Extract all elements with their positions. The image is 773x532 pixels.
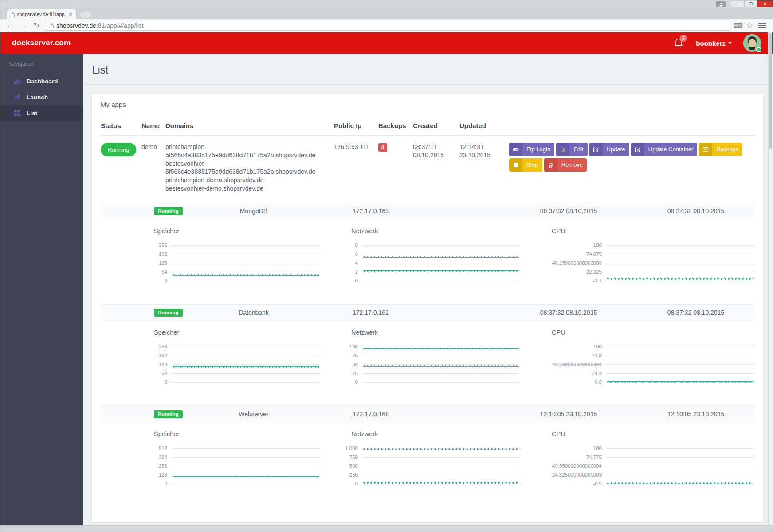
gridline [172,373,320,374]
list-icon [14,110,21,117]
bookmark-star-icon[interactable]: ☆ [746,21,753,30]
brand[interactable]: dockserver.com [12,39,71,47]
series-line-tx [363,482,519,484]
container-created: 08:37:32 08.10.2015 [500,207,637,215]
stop-square-icon [509,158,522,172]
username: boonkerz [696,39,726,47]
update-button[interactable]: Update [589,143,629,156]
stop-button[interactable]: Stop [509,158,542,172]
panel-body: Status Name Domains Public Ip Backups Cr… [92,115,763,522]
series-line-memory [173,366,319,368]
avatar[interactable] [743,34,761,52]
gridline [362,466,520,466]
series-line-memory [173,274,319,276]
axis-tick-label: 750 [349,454,358,460]
forward-icon[interactable]: → [18,22,28,30]
edit-pencil-icon [589,143,603,156]
container-sections: Running MongoDB 172.17.0.163 08:37:32 08… [101,203,754,507]
browser-profile-icon[interactable] [716,1,726,7]
edit-button[interactable]: Edit [556,143,587,156]
axis-tick-label: 75 [352,353,358,358]
keyboard-icon[interactable]: ⌨ [734,22,743,29]
update-container-label: Update Container [644,143,698,156]
sidebar-item-label: List [27,110,37,117]
y-axis: 5123842561280 [154,448,172,484]
container-charts: Speicher 256192128640 Netzwerk 86420 CPU… [101,219,754,304]
back-icon[interactable]: ← [5,22,15,30]
sidebar-section-label: Navigation [0,61,83,73]
updated-date: 23.10.2015 [459,151,509,160]
col-header-domains: Domains [165,122,334,129]
tab-close-icon[interactable]: ✕ [67,12,74,17]
menu-icon[interactable] [758,23,766,28]
sidebar-item-list[interactable]: List [0,105,83,121]
series-line-rx [363,448,519,450]
gridline [362,457,520,458]
container-section: Running MongoDB 172.17.0.163 08:37:32 08… [101,203,754,304]
new-tab-button[interactable] [80,12,91,18]
plot-area [606,347,754,383]
axis-tick-label: 0 [165,379,167,385]
domain: bestesvonhier-demo.shopsrvdev.de [165,184,334,193]
backups-label: Backups [712,143,742,156]
remove-label: Remove [557,158,587,172]
gridline [362,272,520,272]
plot-area [362,347,520,383]
gridline [606,245,754,246]
update-container-button[interactable]: Update Container [631,143,698,156]
axis-tick-label: 128 [159,362,167,367]
axis-tick-label: -3.7 [593,278,602,283]
app-updated: 12:14:31 23.10.2015 [459,143,509,160]
axis-tick-label: 256 [159,344,167,349]
network-chart: Netzwerk 1,0007505002500 [320,430,520,484]
browser-tab[interactable]: shopsrvdev.de:81/app/#/a ✕ [7,9,77,19]
axis-tick-label: 64 [161,269,167,274]
plot-area [606,448,754,484]
memory-chart: Speicher 256192128640 [154,227,320,281]
container-updated: 08:37:32 08.10.2015 [637,207,754,215]
domain: printchampion-5f566c4e3835175e9dd638d71b… [165,143,334,160]
browser-window: ─ ❐ ✕ shopsrvdev.de:81/app/#/a ✕ ← → ↻ s… [0,0,773,532]
user-menu[interactable]: boonkerz [696,39,732,47]
url-path: :81/app/#/app/list [96,22,144,29]
reload-icon[interactable]: ↻ [31,22,41,30]
maximize-button[interactable]: ❐ [744,0,757,7]
axis-tick-label: 24.325000000000003 [552,472,602,477]
remove-button[interactable]: Remove [544,158,587,172]
chart-title: Speicher [154,329,320,336]
created-date: 08.10.2015 [413,151,459,160]
chart-title: Netzwerk [351,227,520,235]
axis-tick-label: 74.075 [586,251,602,257]
notifications-button[interactable]: 5 [674,38,684,48]
gridline [606,281,754,281]
axis-tick-label: 0 [355,481,358,486]
axis-tick-label: 0 [355,278,358,283]
app-name: demo [141,143,165,151]
container-charts: Speicher 5123842561280 Netzwerk 1,000750… [101,422,754,507]
close-button[interactable]: ✕ [757,0,773,7]
container-name: MongoDB [203,207,305,215]
series-line-memory [173,476,319,477]
ftp-login-label: Ftp Login [522,143,554,156]
axis-tick-label: 500 [349,463,358,469]
gridline [172,356,320,356]
app-domains: printchampion-5f566c4e3835175e9dd638d71b… [165,143,334,193]
page-title: List [92,64,764,76]
chart-title: CPU [552,227,754,235]
col-header-updated: Updated [459,122,509,129]
page-scrollbar[interactable] [768,32,772,525]
backups-button[interactable]: Backups [699,143,742,156]
sidebar-item-launch[interactable]: Launch [0,89,83,105]
online-status-dot [756,47,761,52]
col-header-backups: Backups [378,122,413,129]
scrollbar-thumb[interactable] [769,33,772,149]
url-bar[interactable]: shopsrvdev.de:81/app/#/app/list [45,21,730,31]
memory-chart: Speicher 5123842561280 [154,430,320,484]
axis-tick-label: 192 [159,353,167,358]
sidebar-item-dashboard[interactable]: Dashboard [0,73,83,89]
plot-area [172,448,320,484]
gridline [172,272,320,272]
ftp-login-button[interactable]: Ftp Login [509,143,554,156]
minimize-button[interactable]: ─ [731,0,744,7]
gridline [362,254,520,254]
